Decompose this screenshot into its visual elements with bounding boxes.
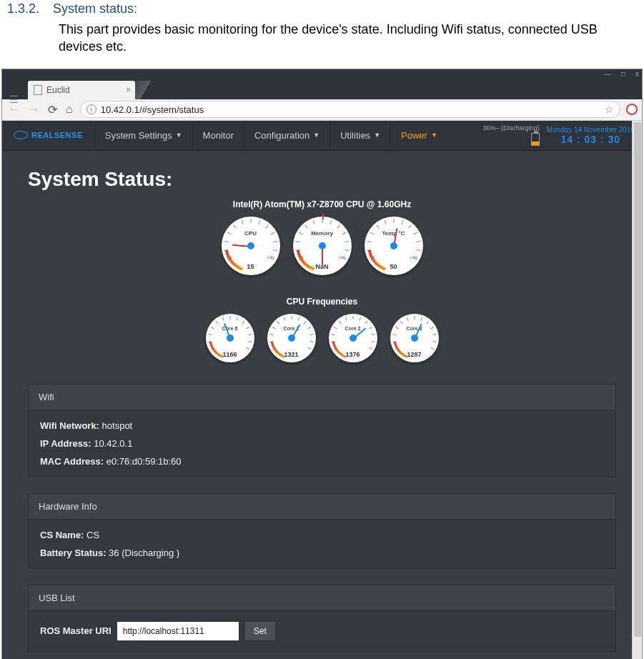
nav-label: Monitor: [203, 130, 234, 141]
wifi-panel-header[interactable]: Wifi: [29, 385, 615, 410]
browser-window: — □ x ☰ Euclid × ← → ⟳ ⌂ i 10.42.0.1/#sy…: [1, 69, 643, 659]
cs-name-row: CS Name: CS: [40, 530, 604, 540]
cpu-core-gauge: Core 21376: [329, 314, 377, 362]
gauge-title: Temp °C: [365, 230, 423, 237]
nav-utilities[interactable]: Utilities ▼: [330, 121, 390, 150]
reload-button[interactable]: ⟳: [46, 103, 59, 117]
gauge-title: CPU: [222, 230, 280, 237]
main-gauge-row: CPU010015Memory0100NaNTemp °C010050: [28, 217, 616, 275]
url-text: 10.42.0.1/#system/status: [101, 104, 204, 115]
tab-close-icon[interactable]: ×: [126, 85, 131, 95]
url-field[interactable]: i 10.42.0.1/#system/status ☆: [80, 101, 620, 118]
cpu-core-gauge: Core 01166: [206, 314, 254, 362]
gauge-title: Core 2: [329, 326, 377, 331]
wifi-network-value: hotspot: [102, 420, 133, 431]
gauge-value: 50: [365, 263, 423, 270]
ros-uri-set-button[interactable]: Set: [244, 621, 276, 641]
doc-section-title: System status:: [53, 1, 137, 16]
page-content: System Status: Intel(R) Atom(TM) x7-Z870…: [2, 151, 642, 659]
chevron-down-icon: ▼: [374, 132, 380, 139]
system-gauge: Memory0100NaN: [293, 217, 352, 275]
wifi-network-row: Wifi Network: hotspot: [40, 420, 604, 431]
incognito-icon: ☰: [9, 94, 19, 105]
wifi-panel: Wifi Wifi Network: hotspot IP Address: 1…: [28, 384, 616, 477]
new-tab-button[interactable]: [135, 81, 151, 99]
gauge-title: Core 1: [267, 326, 316, 331]
battery-status-row: Battery Status: 36 (Discharging ): [40, 547, 604, 558]
brand-logo[interactable]: REALSENSE: [2, 121, 94, 150]
scrollbar-track[interactable]: [632, 121, 642, 659]
wifi-mac-label: MAC Address:: [40, 456, 104, 467]
doc-heading: 1.3.2. System status:: [7, 1, 637, 16]
gauge-title: Core 3: [390, 326, 439, 331]
nav-system-settings[interactable]: System Settings ▼: [94, 121, 192, 150]
nav-power[interactable]: Power ▼: [390, 121, 447, 150]
clock-date: Monday 14 November 2016: [547, 126, 635, 134]
nav-label: Power: [401, 130, 427, 141]
nav-status-area: 36%– (Discharging) Monday 14 November 20…: [476, 121, 642, 150]
freq-gauge-row: Core 01166Core 11321Core 21376Core 31287: [28, 314, 616, 362]
ros-uri-label: ROS Master URI: [40, 625, 112, 636]
window-titlebar: — □ x: [2, 69, 642, 79]
battery-status-value: 36 (Discharging ): [109, 547, 179, 558]
wifi-network-label: Wifi Network:: [40, 420, 99, 431]
gauge-value: 1166: [206, 351, 254, 358]
home-button[interactable]: ⌂: [64, 103, 74, 116]
wifi-ip-label: IP Address:: [40, 438, 91, 449]
app-navbar: REALSENSE System Settings ▼ Monitor Conf…: [2, 121, 642, 151]
site-info-icon[interactable]: i: [86, 104, 96, 114]
wifi-mac-row: MAC Address: e0:76:d0:59:1b:60: [40, 456, 604, 467]
cpu-core-gauge: Core 11321: [267, 314, 316, 362]
gauge-value: 15: [222, 263, 280, 270]
ros-uri-input[interactable]: [117, 622, 239, 640]
hardware-panel-header[interactable]: Hardware Info: [29, 494, 615, 520]
cpu-freq-title: CPU Frequencies: [28, 297, 616, 307]
clock-time: 14 : 03 : 30: [547, 134, 635, 145]
cs-name-label: CS Name:: [40, 530, 84, 540]
chevron-down-icon: ▼: [176, 132, 182, 139]
system-gauge: CPU010015: [222, 217, 280, 275]
brand-oval-icon: [14, 131, 28, 139]
battery-status-text: 36%– (Discharging): [483, 124, 540, 132]
usb-panel-header[interactable]: USB List: [29, 585, 615, 611]
back-button[interactable]: ←: [6, 103, 21, 116]
browser-tab[interactable]: Euclid ×: [28, 81, 135, 99]
wifi-mac-value: e0:76:d0:59:1b:60: [106, 456, 182, 467]
nav-configuration[interactable]: Configuration ▼: [244, 121, 330, 150]
brand-text: REALSENSE: [31, 131, 83, 139]
bookmark-star-icon[interactable]: ☆: [605, 104, 614, 115]
doc-body-text: This part provides basic monitoring for …: [59, 21, 637, 56]
extension-icon[interactable]: [626, 104, 638, 115]
ros-uri-row: ROS Master URI Set: [40, 621, 604, 641]
nav-items: System Settings ▼ Monitor Configuration …: [94, 121, 447, 150]
clock: Monday 14 November 2016 14 : 03 : 30: [547, 126, 635, 145]
document-section: 1.3.2. System status: This part provides…: [0, 0, 644, 63]
forward-button[interactable]: →: [26, 103, 41, 116]
scrollbar-thumb[interactable]: [634, 122, 641, 637]
page-title: System Status:: [28, 168, 616, 191]
doc-section-number: 1.3.2.: [7, 1, 39, 16]
gauge-value: 1287: [390, 351, 439, 358]
battery-status-label: Battery Status:: [40, 547, 106, 558]
nav-label: Configuration: [254, 130, 309, 141]
nav-label: System Settings: [105, 130, 172, 141]
tab-title: Euclid: [46, 85, 70, 95]
chevron-down-icon: ▼: [431, 132, 437, 139]
cpu-core-gauge: Core 31287: [390, 314, 439, 362]
wifi-ip-row: IP Address: 10.42.0.1: [40, 438, 604, 449]
hardware-panel: Hardware Info CS Name: CS Battery Status…: [28, 493, 616, 569]
nav-monitor[interactable]: Monitor: [192, 121, 244, 150]
usb-panel: USB List ROS Master URI Set: [28, 585, 616, 652]
window-close-button[interactable]: x: [635, 70, 639, 78]
window-maximize-button[interactable]: □: [621, 70, 625, 78]
browser-address-bar: ← → ⟳ ⌂ i 10.42.0.1/#system/status ☆: [2, 99, 642, 121]
cpu-model-text: Intel(R) Atom(TM) x7-Z8700 CPU @ 1.60GHz: [28, 199, 616, 209]
gauge-title: Memory: [293, 230, 352, 237]
window-minimize-button[interactable]: —: [604, 70, 611, 78]
page-icon: [34, 85, 42, 95]
gauge-value: 1321: [267, 351, 316, 358]
wifi-ip-value: 10.42.0.1: [94, 438, 132, 449]
chevron-down-icon: ▼: [313, 132, 319, 139]
battery-icon: [531, 133, 540, 146]
nav-label: Utilities: [340, 130, 370, 141]
